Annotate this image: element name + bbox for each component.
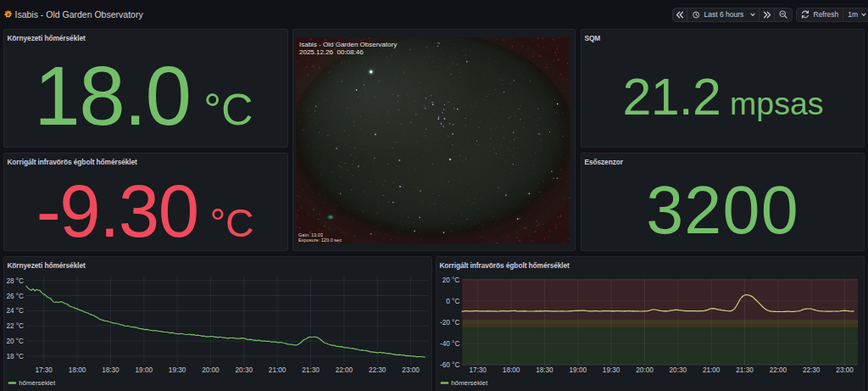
svg-text:22:30: 22:30 (803, 366, 821, 374)
svg-text:20:30: 20:30 (670, 366, 687, 374)
svg-text:21:30: 21:30 (736, 366, 754, 374)
svg-text:22:30: 22:30 (369, 366, 387, 374)
svg-text:18:30: 18:30 (536, 366, 554, 374)
svg-text:hőmérséklet: hőmérséklet (451, 379, 488, 387)
svg-text:17:30: 17:30 (469, 366, 487, 374)
svg-text:-40 °C: -40 °C (440, 340, 459, 348)
svg-text:19:30: 19:30 (603, 366, 620, 374)
svg-text:hőmérséklet: hőmérséklet (19, 379, 56, 387)
svg-text:23:00: 23:00 (836, 366, 854, 374)
svg-text:21:30: 21:30 (302, 366, 320, 374)
svg-text:19:00: 19:00 (136, 366, 153, 374)
svg-text:20 °C: 20 °C (6, 338, 24, 345)
svg-text:24 °C: 24 °C (6, 307, 24, 315)
svg-text:20:00: 20:00 (202, 366, 220, 374)
svg-text:20 °C: 20 °C (442, 276, 460, 284)
svg-text:26 °C: 26 °C (6, 293, 24, 300)
svg-text:22:00: 22:00 (770, 366, 787, 374)
svg-text:19:00: 19:00 (570, 366, 587, 374)
svg-text:18:00: 18:00 (503, 366, 520, 374)
svg-text:-60 °C: -60 °C (440, 361, 459, 369)
svg-text:2025.12.26 00:08:46: 2025.12.26 00:08:46 (299, 48, 364, 56)
svg-text:28 °C: 28 °C (6, 277, 24, 285)
svg-text:21:00: 21:00 (269, 366, 287, 374)
svg-text:17:30: 17:30 (35, 366, 53, 374)
svg-text:Isabis - Old Garden Observator: Isabis - Old Garden Observatory (299, 41, 397, 48)
svg-text:18 °C: 18 °C (6, 353, 24, 360)
svg-text:0 °C: 0 °C (446, 298, 459, 305)
svg-text:22 °C: 22 °C (6, 322, 24, 330)
svg-text:18:00: 18:00 (69, 366, 86, 374)
svg-text:20:30: 20:30 (236, 366, 253, 374)
svg-text:19:30: 19:30 (169, 366, 186, 374)
svg-text:23:00: 23:00 (402, 366, 420, 374)
svg-text:20:00: 20:00 (636, 366, 654, 374)
svg-text:-20 °C: -20 °C (440, 319, 459, 327)
svg-text:Exposure: 120.0 sec: Exposure: 120.0 sec (298, 237, 342, 243)
svg-text:18:30: 18:30 (102, 366, 120, 374)
svg-text:22:00: 22:00 (336, 366, 353, 374)
svg-text:21:00: 21:00 (703, 366, 721, 374)
